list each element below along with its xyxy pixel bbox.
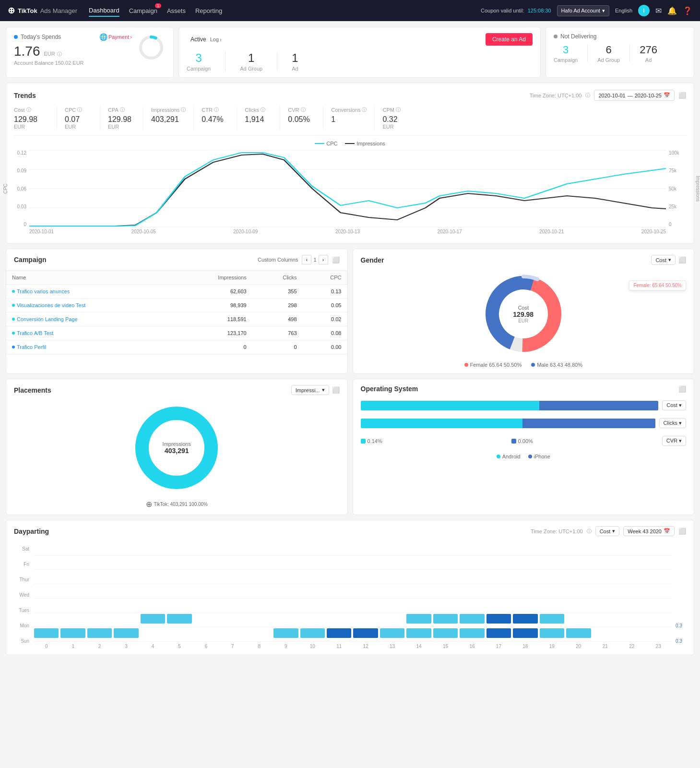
language-selector[interactable]: English	[615, 8, 632, 13]
info-icon: ⓘ	[214, 107, 219, 113]
dp-cell-fri-6	[194, 556, 218, 566]
export-icon-trends[interactable]: ⬜	[678, 92, 686, 99]
info-icon: ⓘ	[301, 107, 306, 113]
chevron-right-icon: ›	[130, 34, 132, 40]
android-pct: 0.14%	[361, 438, 382, 444]
create-ad-button[interactable]: Create an Ad	[486, 33, 533, 46]
dp-cell-wed-8	[247, 585, 272, 595]
os-cvr-select[interactable]: CVR ▾	[662, 436, 686, 446]
active-ad-count: 1	[292, 51, 298, 65]
dp-hour-19: 19	[539, 644, 565, 649]
dp-cell-sat-7	[220, 542, 245, 552]
os-clicks-select[interactable]: Clicks ▾	[659, 418, 686, 428]
campaign-dot-icon	[12, 332, 15, 335]
dp-hour-15: 15	[432, 644, 459, 649]
dp-hour-23: 23	[645, 644, 671, 649]
dp-cell-mon-11	[327, 614, 351, 624]
dp-cell-sat-1	[60, 542, 85, 552]
dp-metric-select[interactable]: Cost ▾	[595, 526, 620, 536]
dp-cell-sat-17	[486, 542, 511, 552]
nd-ad-label: Ad	[640, 57, 657, 63]
dp-cell-wed-1	[60, 585, 85, 595]
dp-y-labels: Sat Fri Thur Wed Tues Mon Sun	[14, 541, 33, 649]
nd-adgroup-label: Ad Group	[597, 57, 620, 63]
metric-ctr: CTR ⓘ 0.47%	[194, 107, 237, 130]
dp-cell-fri-13	[380, 556, 404, 566]
gender-metric-select[interactable]: Cost ▾	[651, 255, 676, 265]
dp-right-labels: 0.3 0.3	[672, 541, 686, 649]
dp-cell-mon-9	[273, 614, 298, 624]
export-icon-dayparting[interactable]: ⬜	[678, 528, 686, 535]
campaign-link[interactable]: Visualizaciones de video Test	[12, 302, 168, 308]
campaign-dot-icon	[12, 318, 15, 321]
nd-campaign-stat: 3 Campaign	[554, 44, 578, 63]
dp-cell-thur-14	[406, 571, 431, 580]
os-title: Operating System	[361, 385, 418, 393]
calendar-icon: 📅	[664, 528, 670, 534]
help-icon[interactable]: ❓	[683, 6, 692, 15]
dp-cell-sun-6	[194, 628, 218, 638]
mail-icon[interactable]: ✉	[655, 6, 662, 15]
dp-sun-label: Sun	[14, 634, 29, 648]
col-clicks: Clicks	[252, 271, 303, 285]
dp-cell-thur-22	[619, 571, 644, 580]
trends-card: Trends Time Zone: UTC+1:00 ⓘ 2020-10-01 …	[6, 83, 694, 244]
dp-week-select[interactable]: Week 43 2020 📅	[623, 526, 675, 536]
date-range-picker[interactable]: 2020-10-01 — 2020-10-25 📅	[594, 90, 675, 101]
campaign-link[interactable]: Trafico A/B Test	[12, 330, 168, 336]
metric-cvr: CVR ⓘ 0.05%	[280, 107, 323, 130]
export-icon-gender[interactable]: ⬜	[678, 256, 686, 264]
metric-clicks: Clicks ⓘ 1,914	[237, 107, 280, 130]
os-cost-select[interactable]: Cost ▾	[662, 400, 686, 410]
campaign-link[interactable]: Trafico varios anunces	[12, 288, 168, 294]
dp-right-val-0	[676, 541, 686, 556]
nav-campaign[interactable]: Campaign1	[129, 5, 157, 16]
gender-header: Gender Cost ▾ ⬜	[361, 255, 687, 265]
log-link[interactable]: Log ›	[210, 36, 222, 42]
campaign-impressions-cell: 123,170	[174, 326, 252, 340]
dp-cell-sat-8	[247, 542, 272, 552]
dp-cell-tues-9	[273, 600, 298, 609]
campaign-link[interactable]: Trafico Perfil	[12, 344, 168, 350]
brand-logo: ⊕ TikTok Ads Manager	[8, 5, 77, 16]
dp-cell-tues-23	[646, 600, 670, 609]
placements-metric-select[interactable]: Impressi... ▾	[291, 385, 329, 395]
dp-cell-sat-14	[406, 542, 431, 552]
nd-ad-stat: 276 Ad	[640, 44, 657, 63]
top-cards-row: Today's Spends 🌐 Payment › 1.76 EUR ⓘ A	[6, 27, 694, 78]
dp-cell-fri-7	[220, 556, 245, 566]
payment-link[interactable]: 🌐 Payment ›	[99, 33, 132, 41]
campaign-cpc-cell: 0.00	[303, 340, 347, 354]
dp-cell-mon-15	[433, 614, 458, 624]
bell-icon[interactable]: 🔔	[667, 6, 677, 15]
prev-page-button[interactable]: ‹	[302, 255, 311, 264]
dp-cell-thur-3	[114, 571, 138, 580]
dp-tues-label: Tues	[14, 603, 29, 618]
campaign-link[interactable]: Conversión Landing Page	[12, 316, 168, 322]
legend-tiktok: ⊕ TikTok: 403,291 100.00%	[146, 500, 208, 509]
dp-cell-sun-1	[60, 628, 85, 638]
next-page-button[interactable]: ›	[319, 255, 328, 264]
dp-cell-tues-10	[300, 600, 325, 609]
nav-dashboard[interactable]: Dashboard	[89, 5, 119, 17]
dp-cell-sat-13	[380, 542, 404, 552]
export-icon-placements[interactable]: ⬜	[332, 386, 340, 394]
dp-cell-wed-22	[619, 585, 644, 595]
info-icon: ⓘ	[77, 107, 82, 113]
campaign-card: Campaign Custom Columns ‹ 1 › ⬜ Name Imp…	[6, 249, 348, 374]
nav-assets[interactable]: Assets	[167, 5, 186, 16]
dp-cell-mon-3	[114, 614, 138, 624]
dp-cell-wed-4	[141, 585, 165, 595]
dp-cell-fri-15	[433, 556, 458, 566]
dp-cell-fri-8	[247, 556, 272, 566]
nav-reporting[interactable]: Reporting	[195, 5, 222, 16]
export-icon-os[interactable]: ⬜	[678, 385, 686, 393]
export-icon-campaign[interactable]: ⬜	[332, 256, 340, 264]
os-cost-bar-row: Cost ▾	[361, 400, 687, 410]
custom-columns-button[interactable]: Custom Columns	[258, 257, 298, 263]
dp-cell-sat-12	[353, 542, 378, 552]
dp-hour-10: 10	[299, 644, 326, 649]
user-avatar[interactable]: I	[638, 5, 650, 16]
divider	[587, 45, 588, 62]
account-selector[interactable]: Hafo Ad Account ▾	[557, 5, 609, 16]
